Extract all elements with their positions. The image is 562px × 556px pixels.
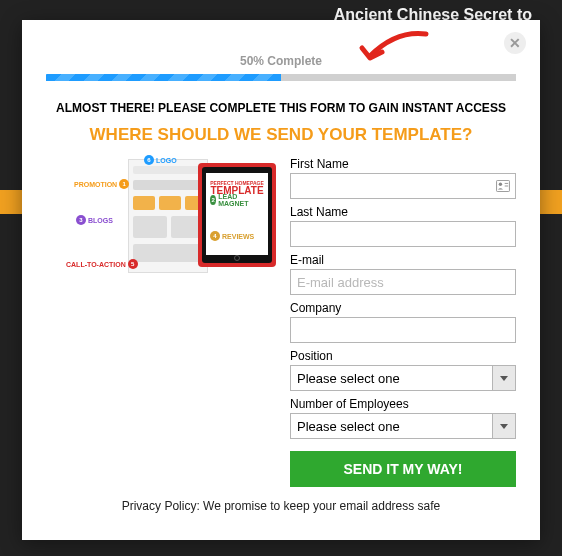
badge-promotion: PROMOTION1 (74, 179, 129, 189)
lead-capture-modal: ✕ 50% Complete ALMOST THERE! PLEASE COMP… (22, 20, 540, 540)
badge-lead-magnet: 2LEAD MAGNET (210, 193, 250, 207)
progress-bar (46, 74, 516, 81)
badge-logo: 6LOGO (144, 155, 177, 165)
employees-label: Number of Employees (290, 397, 516, 411)
last-name-input[interactable] (290, 221, 516, 247)
position-select[interactable]: Please select one (290, 365, 516, 391)
heading: WHERE SHOULD WE SEND YOUR TEMPLATE? (46, 125, 516, 145)
badge-cta: CALL-TO-ACTION5 (66, 259, 138, 269)
first-name-label: First Name (290, 157, 516, 171)
email-label: E-mail (290, 253, 516, 267)
close-button[interactable]: ✕ (504, 32, 526, 54)
lead-form: First Name Last Name E-mail Company Posi… (290, 157, 516, 487)
badge-blogs: 3BLOGS (76, 215, 113, 225)
first-name-input[interactable] (290, 173, 516, 199)
progress-label: 50% Complete (46, 54, 516, 68)
submit-button[interactable]: SEND IT MY WAY! (290, 451, 516, 487)
privacy-text: Privacy Policy: We promise to keep your … (46, 499, 516, 513)
close-icon: ✕ (509, 35, 521, 51)
tablet-icon: PERFECT HOMEPAGE TEMPLATE (198, 163, 276, 267)
company-input[interactable] (290, 317, 516, 343)
employees-select[interactable]: Please select one (290, 413, 516, 439)
subheading: ALMOST THERE! PLEASE COMPLETE THIS FORM … (46, 101, 516, 115)
last-name-label: Last Name (290, 205, 516, 219)
progress-fill (46, 74, 281, 81)
position-label: Position (290, 349, 516, 363)
badge-reviews: 4REVIEWS (210, 231, 254, 241)
progress-section: 50% Complete (46, 54, 516, 81)
template-illustration: PERFECT HOMEPAGE TEMPLATE 6LOGO PROMOTIO… (46, 157, 276, 279)
arrow-annotation-icon (356, 28, 436, 76)
company-label: Company (290, 301, 516, 315)
email-input[interactable] (290, 269, 516, 295)
